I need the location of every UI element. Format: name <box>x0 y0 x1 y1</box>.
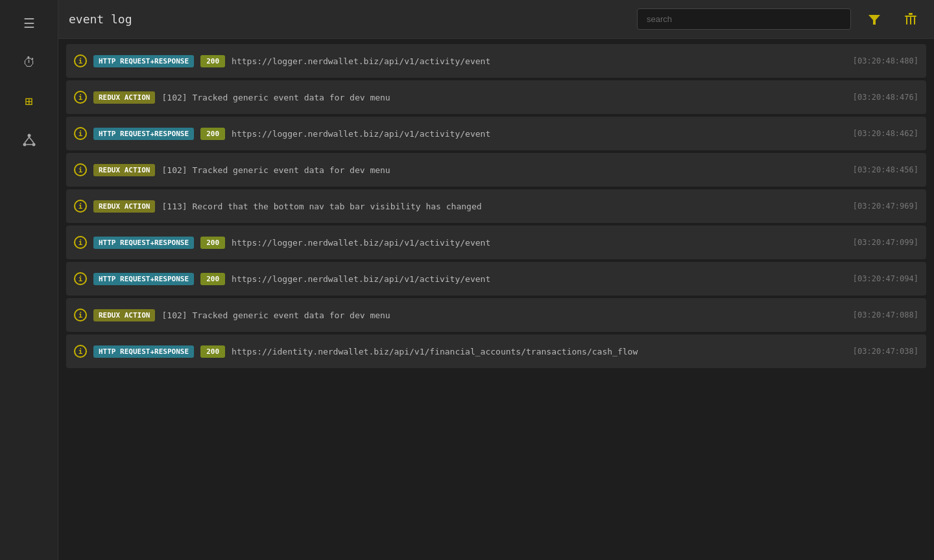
redux-badge: REDUX ACTION <box>93 91 155 104</box>
log-timestamp: [03:20:48:456] <box>853 165 918 174</box>
svg-marker-6 <box>868 15 880 25</box>
svg-rect-9 <box>906 17 907 25</box>
svg-line-3 <box>25 137 29 143</box>
status-badge: 200 <box>200 128 225 140</box>
http-badge: HTTP REQUEST+RESPONSE <box>93 273 194 285</box>
status-badge: 200 <box>200 237 225 249</box>
log-timestamp: [03:20:47:088] <box>853 310 918 320</box>
log-timestamp: [03:20:48:462] <box>853 129 918 138</box>
log-timestamp: [03:20:48:476] <box>853 93 918 102</box>
svg-rect-10 <box>910 17 911 25</box>
svg-rect-8 <box>909 13 913 15</box>
svg-point-1 <box>23 143 26 146</box>
log-message: https://logger.nerdwallet.biz/api/v1/act… <box>232 238 846 248</box>
log-message: https://logger.nerdwallet.biz/api/v1/act… <box>232 56 846 66</box>
redux-badge: REDUX ACTION <box>93 164 155 176</box>
log-message: [102] Tracked generic event data for dev… <box>162 165 846 175</box>
status-badge: 200 <box>200 55 225 67</box>
log-timestamp: [03:20:47:969] <box>853 202 918 211</box>
network-icon[interactable] <box>16 127 42 153</box>
info-icon: i <box>74 236 87 249</box>
filter-button[interactable] <box>861 6 887 32</box>
table-row[interactable]: iHTTP REQUEST+RESPONSE200https://logger.… <box>66 117 926 150</box>
info-icon: i <box>74 309 87 321</box>
log-message: https://logger.nerdwallet.biz/api/v1/act… <box>232 274 846 284</box>
log-message: [102] Tracked generic event data for dev… <box>162 93 846 102</box>
header: event log <box>58 0 934 39</box>
log-message: https://logger.nerdwallet.biz/api/v1/act… <box>232 129 846 139</box>
svg-point-0 <box>27 134 30 137</box>
info-icon: i <box>74 91 87 104</box>
table-row[interactable]: iHTTP REQUEST+RESPONSE200https://logger.… <box>66 262 926 296</box>
delete-button[interactable] <box>898 6 924 32</box>
log-timestamp: [03:20:47:094] <box>853 274 918 283</box>
info-icon: i <box>74 163 87 176</box>
log-list: iHTTP REQUEST+RESPONSE200https://logger.… <box>58 39 934 560</box>
http-badge: HTTP REQUEST+RESPONSE <box>93 345 194 358</box>
main-panel: event log iHTTP REQUEST+RESPONSE200https… <box>58 0 934 560</box>
hamburger-icon[interactable]: ☰ <box>16 10 42 36</box>
svg-line-4 <box>29 137 34 143</box>
http-badge: HTTP REQUEST+RESPONSE <box>93 128 194 140</box>
search-input[interactable] <box>637 8 851 30</box>
table-row[interactable]: iREDUX ACTION[113] Record that the botto… <box>66 189 926 223</box>
info-icon: i <box>74 345 87 358</box>
table-row[interactable]: iHTTP REQUEST+RESPONSE200https://logger.… <box>66 44 926 78</box>
log-timestamp: [03:20:47:038] <box>853 347 918 356</box>
redux-badge: REDUX ACTION <box>93 309 155 321</box>
status-badge: 200 <box>200 345 225 358</box>
table-row[interactable]: iHTTP REQUEST+RESPONSE200https://identit… <box>66 334 926 368</box>
table-row[interactable]: iREDUX ACTION[102] Tracked generic event… <box>66 80 926 114</box>
table-row[interactable]: iHTTP REQUEST+RESPONSE200https://logger.… <box>66 226 926 259</box>
http-badge: HTTP REQUEST+RESPONSE <box>93 237 194 249</box>
log-message: https://identity.nerdwallet.biz/api/v1/f… <box>232 347 846 356</box>
page-title: event log <box>69 12 627 26</box>
sidebar: ☰ ⏱ ⊞ <box>0 0 58 560</box>
info-icon: i <box>74 272 87 285</box>
info-icon: i <box>74 127 87 140</box>
table-row[interactable]: iREDUX ACTION[102] Tracked generic event… <box>66 153 926 187</box>
svg-rect-7 <box>905 16 916 17</box>
table-row[interactable]: iREDUX ACTION[102] Tracked generic event… <box>66 298 926 332</box>
info-icon: i <box>74 54 87 67</box>
http-badge: HTTP REQUEST+RESPONSE <box>93 55 194 67</box>
log-timestamp: [03:20:48:480] <box>853 56 918 65</box>
svg-rect-11 <box>914 17 915 25</box>
info-icon: i <box>74 200 87 213</box>
log-message: [113] Record that the bottom nav tab bar… <box>162 202 846 211</box>
redux-badge: REDUX ACTION <box>93 200 155 213</box>
grid-icon[interactable]: ⊞ <box>16 88 42 114</box>
timer-icon[interactable]: ⏱ <box>16 49 42 75</box>
svg-point-2 <box>32 143 35 146</box>
log-message: [102] Tracked generic event data for dev… <box>162 310 846 320</box>
log-timestamp: [03:20:47:099] <box>853 238 918 247</box>
status-badge: 200 <box>200 273 225 285</box>
